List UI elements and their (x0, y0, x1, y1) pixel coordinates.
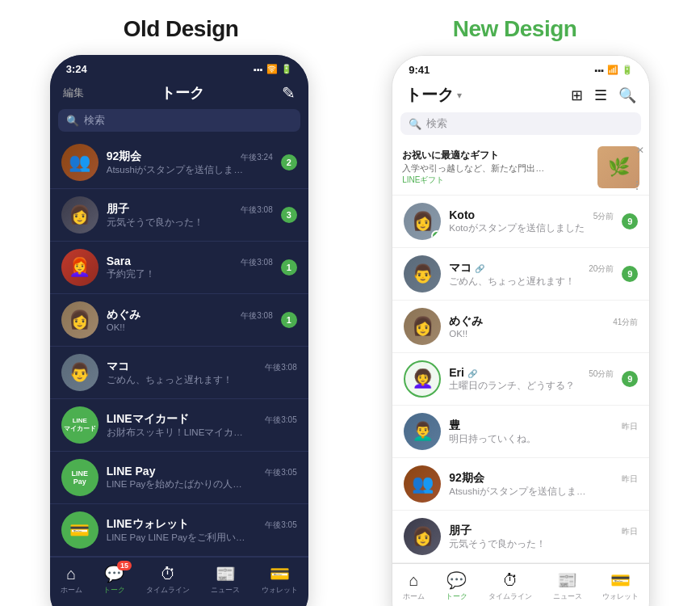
avatar: LINEPay (61, 459, 99, 496)
chat-time: 午後3:08 (241, 204, 272, 216)
chat-time: 昨日 (622, 421, 638, 432)
new-status-time: 9:41 (409, 64, 430, 76)
avatar: 👨 (61, 354, 99, 391)
table-row[interactable]: 👩 朋子 昨日 元気そうで良かった！ (392, 511, 649, 563)
nav-item-wallet[interactable]: 💳 ウォレット (602, 570, 639, 602)
table-row[interactable]: 💳 LINEウォレット 午後3:05 LINE Pay LINE Payをご利用… (50, 504, 308, 557)
chat-msg: LINE Pay LINE Payをご利用いただき ありがとうございます。Pay… (107, 532, 252, 544)
nav-item-home[interactable]: ⌂ ホーム (61, 565, 82, 595)
table-row[interactable]: 👩‍🦰 Sara 午後3:08 予約完了！ 1 (50, 242, 308, 294)
avatar: 💳 (61, 511, 99, 549)
unread-badge: 1 (281, 259, 297, 276)
search-button[interactable]: 🔍 (618, 86, 636, 104)
header-right-buttons: ⊞ ☰ 🔍 (571, 86, 636, 104)
old-design-title: Old Design (124, 16, 239, 42)
chat-msg: Atsushiがスタンプを送信しました (449, 486, 594, 498)
chat-time: 午後3:08 (265, 362, 296, 373)
nav-item-home[interactable]: ⌂ ホーム (403, 571, 425, 602)
table-row[interactable]: 👨‍🦱 豊 昨日 明日持っていくね。 (392, 406, 649, 458)
unread-badge: 1 (281, 312, 297, 328)
new-search-placeholder: 検索 (426, 116, 447, 131)
nav-label: トーク (103, 585, 125, 595)
nav-badge: 15 (117, 561, 132, 570)
nav-label: ウォレット (262, 585, 298, 595)
filter-button[interactable]: ☰ (594, 86, 607, 104)
new-search-bar[interactable]: 🔍 検索 (400, 112, 641, 135)
nav-item-timeline[interactable]: ⏱ タイムライン (146, 565, 190, 595)
table-row[interactable]: 👩 めぐみ 41分前 OK!! (392, 301, 649, 353)
chat-content: 朋子 昨日 元気そうで良かった！ (449, 524, 638, 550)
table-row[interactable]: LINEマイカード LINEマイカード 午後3:05 お財布スッキリ！LINEマ… (50, 399, 308, 452)
nav-label: ホーム (61, 585, 82, 595)
nav-item-timeline[interactable]: ⏱ タイムライン (488, 571, 532, 602)
old-compose-button[interactable]: ✎ (282, 83, 296, 103)
ad-close-button[interactable]: ✕ (636, 145, 644, 156)
chat-time: 5分前 (593, 211, 614, 222)
table-row[interactable]: 👥 92期会 昨日 Atsushiがスタンプを送信しました (392, 458, 649, 511)
chat-name: LINEマイカード (107, 412, 189, 427)
table-row[interactable]: 👨 マコ 🔗 20分前 ごめん、ちょっと遅れます！ 9 (392, 248, 649, 301)
old-header-edit[interactable]: 編集 (63, 86, 84, 100)
avatar: 👥 (61, 144, 99, 181)
table-row[interactable]: 👩 朋子 午後3:08 元気そうで良かった！ 3 (50, 189, 308, 242)
old-search-bar[interactable]: 🔍 検索 (58, 109, 300, 132)
chat-time: 午後3:05 (265, 467, 296, 478)
nav-item-news[interactable]: 📰 ニュース (211, 564, 240, 595)
nav-label: トーク (446, 591, 467, 602)
chat-content: LINE Pay 午後3:05 LINE Payを始めたばかりの人必見のキャンペ… (107, 465, 297, 490)
nav-item-talk[interactable]: 💬 15 トーク (103, 564, 125, 595)
old-header-title: トーク (161, 83, 204, 103)
table-row[interactable]: LINEPay LINE Pay 午後3:05 LINE Payを始めたばかりの… (50, 452, 308, 504)
chat-content: LINEマイカード 午後3:05 お財布スッキリ！LINEマイカード 詳細はこち… (107, 412, 297, 439)
chat-name: めぐみ (449, 314, 483, 329)
old-status-icons: ▪▪▪ 🛜 🔋 (254, 64, 292, 74)
chat-msg: LINE Payを始めたばかりの人必見のキャンペーン実施中！期間中LINE Pa… (107, 478, 252, 490)
chat-name: Sara (107, 255, 131, 267)
table-row[interactable]: 👩 めぐみ 午後3:08 OK!! 1 (50, 294, 308, 347)
new-status-icons: ▪▪▪ 📶 🔋 (595, 65, 634, 75)
new-design-phone: 9:41 ▪▪▪ 📶 🔋 トーク ▾ ⊞ ☰ 🔍 🔍 検索 (392, 55, 650, 606)
avatar: 👥 (404, 465, 441, 503)
table-row[interactable]: 👩‍🦱 Eri 🔗 50分前 土曜日のランチ、どうする？ 9 (392, 353, 649, 406)
chat-time: 20分前 (589, 263, 614, 275)
chat-time: 昨日 (622, 526, 638, 537)
ad-more-button[interactable]: ⋮ (631, 179, 643, 191)
avatar: 👩 (61, 196, 99, 234)
ad-banner[interactable]: お祝いに最適なギフト 入学や引っ越しなど、新たな門出… LINEギフト 🌿 ✕ … (392, 140, 649, 196)
nav-item-news[interactable]: 📰 ニュース (553, 570, 582, 602)
timeline-icon: ⏱ (160, 565, 176, 583)
unread-badge: 9 (622, 213, 638, 229)
new-status-bar: 9:41 ▪▪▪ 📶 🔋 (392, 56, 649, 79)
chat-msg: お財布スッキリ！LINEマイカード 詳細はこちら https://lin.ee/… (107, 427, 252, 439)
chat-time: 41分前 (613, 317, 638, 328)
chat-content: 92期会 昨日 Atsushiがスタンプを送信しました (449, 471, 638, 498)
table-row[interactable]: 👩 K Koto 5分前 Kotoがスタンプを送信しました 9 (392, 196, 649, 248)
new-bottom-nav: ⌂ ホーム 💬 トーク ⏱ タイムライン 📰 ニュース 💳 ウォレット (392, 563, 649, 606)
table-row[interactable]: 👥 92期会 午後3:24 Atsushiがスタンプを送信しました 2 (50, 137, 308, 189)
avatar: 👩 (61, 301, 99, 339)
new-compose-button[interactable]: ⊞ (571, 86, 583, 104)
avatar: 👩 (404, 518, 441, 555)
ad-subtitle: 入学や引っ越しなど、新たな門出… (402, 162, 591, 175)
chevron-down-icon: ▾ (457, 90, 462, 101)
old-chat-list: 👥 92期会 午後3:24 Atsushiがスタンプを送信しました 2 👩 (50, 137, 308, 557)
chat-content: 朋子 午後3:08 元気そうで良かった！ (107, 202, 273, 229)
table-row[interactable]: 👨 マコ 午後3:08 ごめん、ちょっと遅れます！ (50, 347, 308, 399)
home-icon: ⌂ (409, 571, 419, 590)
chat-time: 50分前 (589, 368, 614, 380)
avatar: 👨‍🦱 (404, 413, 441, 450)
chat-content: 92期会 午後3:24 Atsushiがスタンプを送信しました (107, 149, 273, 176)
old-design-phone: 3:24 ▪▪▪ 🛜 🔋 編集 トーク ✎ 🔍 検索 👥 (50, 55, 308, 606)
avatar: LINEマイカード (61, 406, 99, 444)
chat-name: 92期会 (449, 471, 484, 486)
nav-item-talk[interactable]: 💬 トーク (446, 570, 467, 602)
nav-item-wallet[interactable]: 💳 ウォレット (262, 564, 298, 595)
chat-icon: 💬 (446, 570, 467, 590)
chat-name: マコ 🔗 (449, 261, 484, 276)
old-search-placeholder: 検索 (84, 113, 105, 128)
chat-msg: Kotoがスタンプを送信しました (449, 222, 594, 234)
chat-content: Eri 🔗 50分前 土曜日のランチ、どうする？ (449, 366, 614, 392)
wifi-icon: 🛜 (266, 64, 278, 74)
news-icon: 📰 (216, 564, 236, 583)
chat-content: マコ 🔗 20分前 ごめん、ちょっと遅れます！ (449, 261, 614, 288)
